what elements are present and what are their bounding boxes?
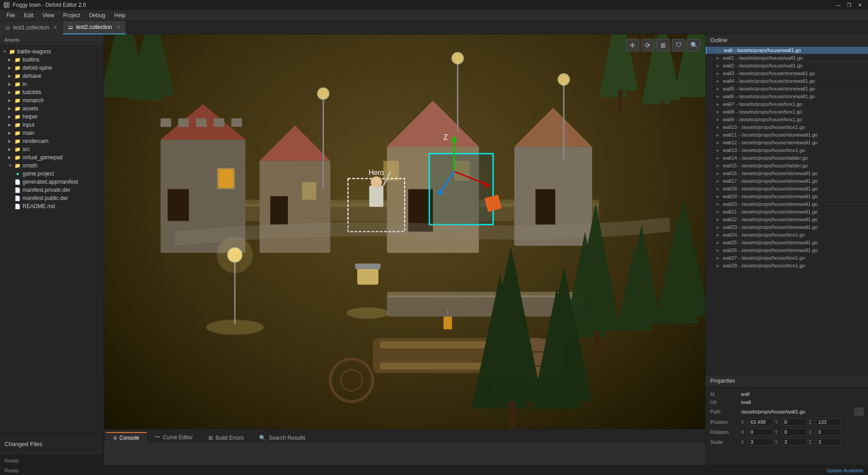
main-area: Assets ▼ 📁 battle-wagons ▶ 📁 builtins ▶ … [0,34,868,465]
outline-item-more[interactable]: ... [706,270,868,277]
outline-item-wall14[interactable]: ▶ wall14 - /assets/props/house/ladder.go [706,154,868,162]
tree-item-assets[interactable]: ▶ 📁 assets [0,104,104,113]
rotation-z-value[interactable]: 0 [816,428,841,436]
tree-item-ludobits[interactable]: ▶ 📁 ludobits [0,88,104,96]
outline-item-wall23[interactable]: ▶ wall23 - /assets/props/house/stonewall… [706,223,868,231]
move-tool-button[interactable]: ✛ [626,39,639,52]
outline-item-wall25[interactable]: ▶ wall25 - /assets/props/house/stonewall… [706,239,868,247]
outline-list[interactable]: ▶ wall - /assets/props/house/wall1.go ▶ … [706,47,868,375]
tree-item-readme[interactable]: 📄 README.md [0,202,104,210]
tree-item-defold-spine[interactable]: ▶ 📁 defold-spine [0,64,104,72]
tree-item-manifest-public[interactable]: 📄 manifest.public.der [0,194,104,202]
outline-item-wall24[interactable]: ▶ wall24 - /assets/props/house/box1.go [706,231,868,239]
tab-search-results[interactable]: 🔍 Search Results [251,432,313,443]
scale-tool-button[interactable]: ⊞ [656,39,670,52]
tree-item-generated-appmanifest[interactable]: 📄 generated.appmanifest [0,178,104,186]
menu-project[interactable]: Project [59,11,85,19]
tree-item-input[interactable]: ▶ 📁 input [0,121,104,129]
update-available-link[interactable]: Update Available [826,468,863,473]
outline-item-wall18[interactable]: ▶ wall18 - /assets/props/house/stonewall… [706,185,868,193]
tree-item-defsave[interactable]: ▶ 📁 defsave [0,72,104,80]
file-icon: 📄 [14,195,21,201]
arrow-icon: ▶ [8,114,13,119]
status-text: Ready [5,468,19,473]
tree-item-game-project[interactable]: ● game.project [0,170,104,178]
outline-item-wall12[interactable]: ▶ wall12 - /assets/props/house/stonewall… [706,139,868,147]
scale-z-value[interactable]: 3 [816,438,841,446]
tree-item-virtual-gamepad[interactable]: ▶ 📁 virtual_gamepad [0,153,104,162]
prop-rotation-label: Rotation [710,429,737,435]
tree-label: defold-spine [23,65,101,71]
folder-icon: 📁 [14,155,21,161]
scale-x-value[interactable]: 3 [748,438,773,446]
tab-close-1[interactable]: ✕ [53,25,57,30]
outline-item-wall3[interactable]: ▶ wall3 - /assets/props/house/stonewall1… [706,70,868,77]
outline-label: wall1 - /assets/props/house/wall1.go [723,55,864,61]
outline-item-wall20[interactable]: ▶ wall20 - /assets/props/house/stonewall… [706,200,868,208]
folder-icon: 📁 [14,98,21,104]
tab-build-errors[interactable]: ⊠ Build Errors [201,432,252,443]
outline-item-wall9[interactable]: ▶ wall9 - /assets/props/house/box1.go [706,116,868,124]
menu-edit[interactable]: Edit [19,11,38,19]
tab-test1-collection[interactable]: 🗂 test1.collection ✕ [0,21,63,34]
tree-item-main[interactable]: ▶ 📁 main [0,129,104,137]
tree-item-in[interactable]: ▶ 📁 in [0,80,104,88]
outline-item-wall[interactable]: ▶ wall - /assets/props/house/wall1.go [706,47,868,54]
outline-label: wall15 - /assets/props/house/ladder.go [723,163,864,168]
outline-item-wall6[interactable]: ▶ wall6 - /assets/props/house/stonewall1… [706,93,868,100]
rotation-x-value[interactable]: 0 [748,428,773,436]
tree-item-rendercam[interactable]: ▶ 📁 rendercam [0,137,104,145]
position-y-value[interactable]: 0 [782,418,807,426]
tree-item-manifest-private[interactable]: 📄 manifest.private.der [0,186,104,194]
outline-item-wall8[interactable]: ▶ wall8 - /assets/props/house/box1.go [706,108,868,116]
menu-help[interactable]: Help [110,11,130,19]
tab-close-2[interactable]: ✕ [117,24,120,29]
outline-item-wall13[interactable]: ▶ wall13 - /assets/props/house/box1.go [706,147,868,154]
outline-item-wall21[interactable]: ▶ wall21 - /assets/props/house/stonewall… [706,208,868,216]
tree-item-xmath[interactable]: ▼ 📁 xmath [0,162,104,170]
close-button[interactable]: ✕ [855,1,864,9]
tree-item-monarch[interactable]: ▶ 📁 monarch [0,96,104,104]
path-edit-button[interactable]: … [854,408,863,416]
outline-item-wall26[interactable]: ▶ wall26 - /assets/props/house/stonewall… [706,247,868,254]
position-x-value[interactable]: 63.499 [748,418,773,426]
tab-test2-collection[interactable]: 🗂 test2.collection ✕ [63,21,126,34]
asset-tree[interactable]: ▼ 📁 battle-wagons ▶ 📁 builtins ▶ 📁 defol… [0,46,104,432]
tree-item-helper[interactable]: ▶ 📁 helper [0,113,104,121]
assets-header: Assets [0,34,104,46]
outline-item-wall19[interactable]: ▶ wall19 - /assets/props/house/stonewall… [706,193,868,200]
prop-position-row: Position X 63.499 Y 0 Z 133 [706,417,868,427]
tab-curve-editor[interactable]: 〜 Curve Editor [147,431,201,443]
outline-item-wall1[interactable]: ▶ wall1 - /assets/props/house/wall1.go [706,54,868,62]
menu-debug[interactable]: Debug [85,11,109,19]
rotate-tool-button[interactable]: ⟳ [641,39,655,52]
outline-item-wall7[interactable]: ▶ wall7 - /assets/props/house/box1.go [706,100,868,108]
tab-console[interactable]: ≡ Console [106,432,147,443]
outline-item-wall15[interactable]: ▶ wall15 - /assets/props/house/ladder.go [706,162,868,170]
maximize-button[interactable]: ❐ [844,1,854,9]
outline-item-wall28[interactable]: ▶ wall28 - /assets/props/house/box1.go [706,262,868,270]
minimize-button[interactable]: — [834,1,843,9]
outline-item-wall4[interactable]: ▶ wall4 - /assets/props/house/stonewall1… [706,77,868,85]
rotation-y-value[interactable]: 0 [782,428,807,436]
scale-y-value[interactable]: 3 [782,438,807,446]
world-space-button[interactable]: ⛉ [672,39,685,52]
folder-icon: 📁 [14,163,21,169]
outline-item-wall22[interactable]: ▶ wall22 - /assets/props/house/stonewall… [706,216,868,223]
zoom-button[interactable]: 🔍 [687,39,701,52]
tree-item-battle-wagons[interactable]: ▼ 📁 battle-wagons [0,48,104,56]
tree-item-src[interactable]: ▶ 📁 src [0,145,104,153]
menu-file[interactable]: File [2,11,19,19]
outline-item-wall16[interactable]: ▶ wall16 - /assets/props/house/stonewall… [706,170,868,177]
position-z-value[interactable]: 133 [816,418,841,426]
outline-item-wall10[interactable]: ▶ wall10 - /assets/props/house/box1.go [706,124,868,131]
menu-view[interactable]: View [38,11,59,19]
outline-item-wall27[interactable]: ▶ wall27 - /assets/props/house/box1.go [706,254,868,262]
outline-item-wall5[interactable]: ▶ wall5 - /assets/props/house/stonewall1… [706,85,868,93]
window-controls[interactable]: — ❐ ✕ [834,1,864,9]
tree-item-builtins[interactable]: ▶ 📁 builtins [0,56,104,64]
outline-item-wall2[interactable]: ▶ wall2 - /assets/props/house/wall1.go [706,62,868,70]
viewport[interactable]: Hero [104,34,705,429]
outline-item-wall17[interactable]: ▶ wall17 - /assets/props/house/stonewall… [706,177,868,185]
outline-item-wall11[interactable]: ▶ wall11 - /assets/props/house/stonewall… [706,131,868,139]
